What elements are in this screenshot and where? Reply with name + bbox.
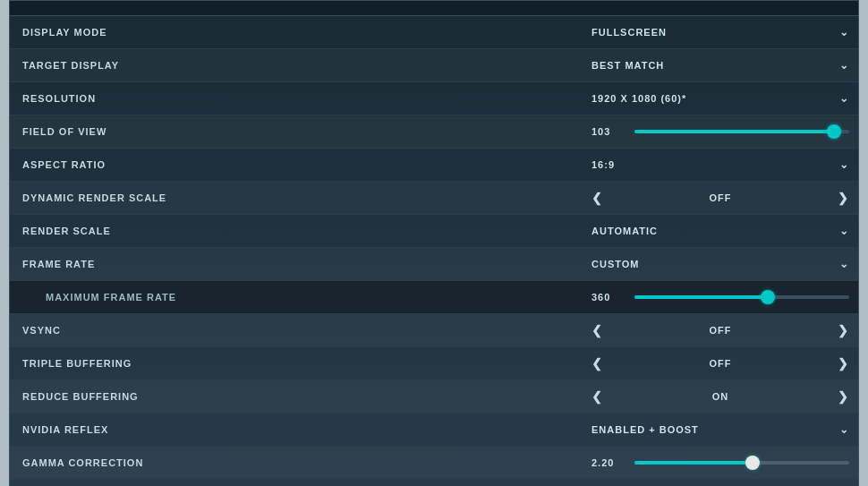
arrow-left-icon[interactable]: ❮ xyxy=(591,356,603,371)
dropdown-nvidia-reflex[interactable]: ENABLED + BOOST ⌄ xyxy=(591,423,849,436)
label-gamma-correction: GAMMA CORRECTION xyxy=(10,457,583,468)
chevron-down-icon: ⌄ xyxy=(839,225,849,237)
dropdown-value-render-scale: AUTOMATIC xyxy=(591,226,658,236)
chevron-down-icon: ⌄ xyxy=(839,92,849,105)
control-field-of-view[interactable]: 103 xyxy=(583,115,858,148)
slider-field-of-view[interactable]: 103 xyxy=(591,126,849,137)
label-display-mode: DISPLAY MODE xyxy=(10,27,583,38)
arrow-toggle-triple-buffering[interactable]: ❮ OFF ❯ xyxy=(591,356,849,371)
control-dynamic-render-scale[interactable]: ❮ OFF ❯ xyxy=(583,182,858,214)
label-nvidia-reflex: NVIDIA REFLEX xyxy=(10,424,583,435)
row-nvidia-reflex: NVIDIA REFLEX ENABLED + BOOST ⌄ xyxy=(10,414,858,447)
label-reduce-buffering: REDUCE BUFFERING xyxy=(10,391,583,402)
arrow-left-icon[interactable]: ❮ xyxy=(591,323,603,337)
control-target-display[interactable]: BEST MATCH ⌄ xyxy=(583,49,858,81)
row-frame-rate: FRAME RATE CUSTOM ⌄ xyxy=(10,248,858,281)
dropdown-render-scale[interactable]: AUTOMATIC ⌄ xyxy=(591,225,849,237)
control-contrast[interactable]: 1.00 xyxy=(583,480,858,486)
row-target-display: TARGET DISPLAY BEST MATCH ⌄ xyxy=(10,49,858,82)
label-frame-rate: FRAME RATE xyxy=(10,259,583,269)
control-triple-buffering[interactable]: ❮ OFF ❯ xyxy=(583,347,858,379)
slider-value-maximum-frame-rate: 360 xyxy=(591,292,625,303)
settings-panel: DISPLAY MODE FULLSCREEN ⌄ TARGET DISPLAY… xyxy=(9,0,859,486)
label-field-of-view: FIELD OF VIEW xyxy=(10,126,583,137)
row-contrast: CONTRAST 1.00 xyxy=(10,480,858,486)
dropdown-target-display[interactable]: BEST MATCH ⌄ xyxy=(591,59,849,72)
slider-track-gamma-correction[interactable] xyxy=(634,461,849,465)
chevron-down-icon: ⌄ xyxy=(839,423,849,436)
arrow-toggle-dynamic-render-scale[interactable]: ❮ OFF ❯ xyxy=(591,191,849,205)
dropdown-frame-rate[interactable]: CUSTOM ⌄ xyxy=(591,258,849,270)
arrow-right-icon[interactable]: ❯ xyxy=(838,191,849,205)
row-triple-buffering: TRIPLE BUFFERING ❮ OFF ❯ xyxy=(10,347,858,380)
row-dynamic-render-scale: DYNAMIC RENDER SCALE ❮ OFF ❯ xyxy=(10,182,858,215)
arrow-right-icon[interactable]: ❯ xyxy=(838,323,849,337)
dropdown-value-display-mode: FULLSCREEN xyxy=(591,27,667,38)
dropdown-value-frame-rate: CUSTOM xyxy=(591,259,639,269)
slider-thumb-field-of-view[interactable] xyxy=(827,124,841,139)
arrow-value-reduce-buffering: ON xyxy=(712,391,729,402)
arrow-right-icon[interactable]: ❯ xyxy=(838,356,849,371)
slider-gamma-correction[interactable]: 2.20 xyxy=(591,457,849,468)
dropdown-aspect-ratio[interactable]: 16:9 ⌄ xyxy=(591,158,849,171)
arrow-value-triple-buffering: OFF xyxy=(710,358,732,369)
dropdown-value-resolution: 1920 X 1080 (60)* xyxy=(591,93,686,104)
slider-fill-field-of-view xyxy=(634,130,834,133)
row-aspect-ratio: ASPECT RATIO 16:9 ⌄ xyxy=(10,149,858,182)
control-reduce-buffering[interactable]: ❮ ON ❯ xyxy=(583,380,858,413)
label-vsync: VSYNC xyxy=(10,325,583,336)
arrow-toggle-vsync[interactable]: ❮ OFF ❯ xyxy=(591,323,849,337)
row-reduce-buffering: REDUCE BUFFERING ❮ ON ❯ xyxy=(10,380,858,414)
control-render-scale[interactable]: AUTOMATIC ⌄ xyxy=(583,215,858,247)
slider-track-maximum-frame-rate[interactable] xyxy=(634,295,849,299)
row-vsync: VSYNC ❮ OFF ❯ xyxy=(10,314,858,347)
control-gamma-correction[interactable]: 2.20 xyxy=(583,447,858,479)
label-render-scale: RENDER SCALE xyxy=(10,226,583,236)
chevron-down-icon: ⌄ xyxy=(839,26,849,38)
label-dynamic-render-scale: DYNAMIC RENDER SCALE xyxy=(10,192,583,203)
arrow-value-dynamic-render-scale: OFF xyxy=(710,192,732,203)
arrow-value-vsync: OFF xyxy=(710,325,732,336)
label-target-display: TARGET DISPLAY xyxy=(10,60,583,71)
slider-thumb-maximum-frame-rate[interactable] xyxy=(761,290,775,304)
chevron-down-icon: ⌄ xyxy=(839,258,849,270)
control-maximum-frame-rate[interactable]: 360 xyxy=(583,281,858,313)
label-triple-buffering: TRIPLE BUFFERING xyxy=(10,358,583,369)
slider-value-gamma-correction: 2.20 xyxy=(591,457,625,468)
row-render-scale: RENDER SCALE AUTOMATIC ⌄ xyxy=(10,215,858,248)
control-aspect-ratio[interactable]: 16:9 ⌄ xyxy=(583,149,858,181)
dropdown-value-aspect-ratio: 16:9 xyxy=(591,159,615,170)
arrow-left-icon[interactable]: ❮ xyxy=(591,191,603,205)
chevron-down-icon: ⌄ xyxy=(839,59,849,72)
panel-title xyxy=(10,1,858,16)
slider-fill-maximum-frame-rate xyxy=(634,295,768,299)
control-nvidia-reflex[interactable]: ENABLED + BOOST ⌄ xyxy=(583,414,858,446)
row-maximum-frame-rate: MAXIMUM FRAME RATE 360 xyxy=(10,281,858,314)
row-field-of-view: FIELD OF VIEW 103 xyxy=(10,115,858,149)
row-resolution: RESOLUTION 1920 X 1080 (60)* ⌄ xyxy=(10,82,858,115)
arrow-toggle-reduce-buffering[interactable]: ❮ ON ❯ xyxy=(591,389,849,404)
chevron-down-icon: ⌄ xyxy=(839,158,849,171)
dropdown-value-nvidia-reflex: ENABLED + BOOST xyxy=(591,424,699,435)
label-aspect-ratio: ASPECT RATIO xyxy=(10,159,583,170)
dropdown-display-mode[interactable]: FULLSCREEN ⌄ xyxy=(591,26,849,38)
slider-value-field-of-view: 103 xyxy=(591,126,625,137)
dropdown-resolution[interactable]: 1920 X 1080 (60)* ⌄ xyxy=(591,92,849,105)
settings-rows: DISPLAY MODE FULLSCREEN ⌄ TARGET DISPLAY… xyxy=(10,16,858,486)
row-gamma-correction: GAMMA CORRECTION 2.20 xyxy=(10,447,858,480)
slider-maximum-frame-rate[interactable]: 360 xyxy=(591,292,849,303)
arrow-right-icon[interactable]: ❯ xyxy=(838,389,849,404)
dropdown-value-target-display: BEST MATCH xyxy=(591,60,664,71)
arrow-left-icon[interactable]: ❮ xyxy=(591,389,603,404)
label-resolution: RESOLUTION xyxy=(10,93,583,104)
label-maximum-frame-rate: MAXIMUM FRAME RATE xyxy=(10,292,583,303)
slider-track-field-of-view[interactable] xyxy=(634,130,849,133)
slider-fill-gamma-correction xyxy=(634,461,753,465)
control-display-mode[interactable]: FULLSCREEN ⌄ xyxy=(583,16,858,48)
row-display-mode: DISPLAY MODE FULLSCREEN ⌄ xyxy=(10,16,858,49)
control-vsync[interactable]: ❮ OFF ❯ xyxy=(583,314,858,346)
slider-thumb-gamma-correction[interactable] xyxy=(745,456,760,470)
control-frame-rate[interactable]: CUSTOM ⌄ xyxy=(583,248,858,280)
control-resolution[interactable]: 1920 X 1080 (60)* ⌄ xyxy=(583,82,858,115)
